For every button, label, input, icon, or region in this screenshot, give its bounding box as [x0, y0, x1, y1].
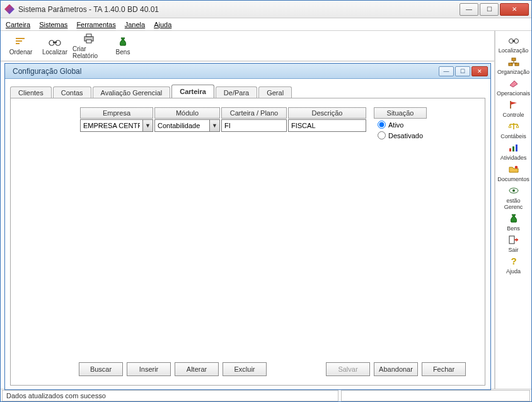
side-localizacao[interactable]: Localização: [497, 35, 531, 54]
empresa-combo[interactable]: ▼: [80, 119, 153, 132]
help-icon: ?: [507, 256, 520, 267]
side-operacionais[interactable]: Operacionais: [497, 78, 531, 97]
svg-rect-14: [515, 63, 519, 66]
abandonar-button[interactable]: Abandonar: [374, 362, 418, 376]
svg-marker-19: [511, 102, 517, 105]
org-chart-icon: [507, 56, 520, 68]
side-gerenc[interactable]: estão Gerenc: [497, 185, 531, 210]
tab-avaliacao[interactable]: Avaliação Gerencial: [93, 86, 171, 98]
printer-icon: [83, 33, 95, 44]
eraser-icon: [507, 78, 520, 89]
side-controle[interactable]: Controle: [497, 99, 531, 118]
tab-clientes[interactable]: Clientes: [10, 86, 52, 98]
svg-rect-23: [512, 146, 514, 151]
exit-icon: [507, 234, 520, 245]
radio-ativo[interactable]: [378, 121, 386, 129]
hdr-modulo: Módulo: [154, 107, 220, 119]
radio-label: Desativado: [388, 132, 423, 139]
chevron-down-icon[interactable]: ▼: [209, 120, 219, 131]
modulo-combo[interactable]: ▼: [154, 119, 220, 132]
tab-geral[interactable]: Geral: [258, 86, 292, 98]
svg-rect-13: [509, 63, 512, 66]
side-sair[interactable]: Sair: [497, 234, 531, 253]
svg-rect-1: [16, 40, 22, 42]
svg-text:?: ?: [511, 256, 516, 266]
empresa-input[interactable]: [81, 120, 142, 131]
menu-sistemas[interactable]: Sistemas: [39, 21, 67, 28]
svg-rect-0: [16, 38, 25, 39]
side-documentos[interactable]: Documentos: [497, 163, 531, 182]
svg-rect-2: [16, 43, 20, 44]
tool-label: Bens: [116, 49, 130, 56]
svg-rect-8: [86, 40, 91, 43]
status-spare: [341, 390, 530, 401]
buscar-button[interactable]: Buscar: [79, 362, 123, 376]
modulo-input[interactable]: [155, 120, 209, 131]
flag-icon: [507, 99, 520, 110]
tabs: Clientes Contas Avaliação Gerencial Cart…: [10, 84, 485, 98]
svg-rect-24: [516, 145, 518, 151]
menu-carteira[interactable]: Carteira: [6, 21, 30, 28]
alterar-button[interactable]: Alterar: [175, 362, 219, 376]
descricao-input[interactable]: [288, 119, 366, 132]
binoculars-icon: [507, 35, 520, 46]
radio-desativado[interactable]: [378, 131, 386, 139]
hdr-situacao: Situação: [374, 107, 427, 119]
hdr-carteira: Carteira / Plano: [221, 107, 287, 119]
side-ajuda[interactable]: ? Ajuda: [497, 256, 531, 275]
inner-window: Configuração Global — ☐ ✕ Clientes Conta…: [4, 63, 491, 390]
folder-icon: [507, 163, 520, 175]
tool-label: Criar Relatório: [72, 45, 105, 59]
inserir-button[interactable]: Inserir: [127, 362, 171, 376]
hdr-empresa: Empresa: [80, 107, 153, 119]
inner-titlebar: Configuração Global — ☐ ✕: [5, 64, 490, 79]
inner-title-text: Configuração Global: [13, 67, 81, 76]
side-organizacao[interactable]: Organização: [497, 56, 531, 75]
menubar: Carteira Sistemas Ferramentas Janela Aju…: [1, 18, 531, 31]
excluir-button[interactable]: Excluir: [223, 362, 267, 376]
tool-ordenar[interactable]: Ordenar: [4, 33, 37, 59]
svg-rect-7: [86, 34, 91, 37]
radio-label: Ativo: [388, 121, 403, 129]
fechar-button[interactable]: Fechar: [422, 362, 466, 376]
svg-point-27: [512, 189, 515, 192]
inner-maximize-button[interactable]: ☐: [455, 66, 470, 76]
tool-bens[interactable]: Bens: [107, 33, 139, 59]
svg-marker-30: [516, 238, 518, 242]
hdr-descricao: Descrição: [288, 107, 366, 119]
side-contabeis[interactable]: Contábeis: [497, 121, 531, 139]
menu-ferramentas[interactable]: Ferramentas: [76, 21, 115, 28]
tool-criar-relatorio[interactable]: Criar Relatório: [72, 33, 105, 59]
button-row: Buscar Inserir Alterar Excluir Salvar Ab…: [79, 362, 466, 376]
side-bens[interactable]: Bens: [497, 213, 531, 232]
status-text: Dados atualizados com sucesso: [2, 390, 338, 401]
tool-localizar[interactable]: Localizar: [38, 33, 71, 59]
window-minimize-button[interactable]: —: [460, 3, 478, 16]
eye-icon: [507, 185, 520, 196]
side-atividades[interactable]: Atividades: [497, 142, 531, 161]
tab-contas[interactable]: Contas: [53, 86, 91, 98]
situacao-ativo[interactable]: Ativo: [378, 121, 423, 129]
tab-panel: Empresa ▼ Módulo: [10, 98, 485, 386]
window-close-button[interactable]: ✕: [500, 3, 529, 16]
inner-minimize-button[interactable]: —: [439, 66, 454, 76]
outer-titlebar: Sistema Parâmetros - TA 1.40.0 BD 40.01 …: [1, 1, 531, 18]
svg-rect-11: [512, 40, 515, 42]
binoculars-icon: [49, 36, 61, 47]
right-toolbar: Localização Organização Operacionais Con…: [495, 31, 531, 389]
menu-ajuda[interactable]: Ajuda: [154, 21, 171, 28]
chevron-down-icon[interactable]: ▼: [142, 120, 153, 131]
tab-carteira[interactable]: Carteira: [171, 85, 214, 98]
mdi-area: Configuração Global — ☐ ✕ Clientes Conta…: [1, 61, 494, 389]
inner-close-button[interactable]: ✕: [471, 66, 488, 76]
carteira-input[interactable]: [221, 119, 287, 132]
svg-rect-28: [509, 236, 514, 244]
tool-label: Ordenar: [9, 49, 33, 56]
moneybag-icon: [117, 36, 129, 47]
window-maximize-button[interactable]: ☐: [480, 3, 499, 16]
menu-janela[interactable]: Janela: [125, 21, 145, 28]
svg-marker-17: [510, 81, 518, 87]
tab-depara[interactable]: De/Para: [216, 86, 257, 98]
situacao-desativado[interactable]: Desativado: [378, 131, 423, 139]
app-title: Sistema Parâmetros - TA 1.40.0 BD 40.01: [18, 5, 460, 14]
